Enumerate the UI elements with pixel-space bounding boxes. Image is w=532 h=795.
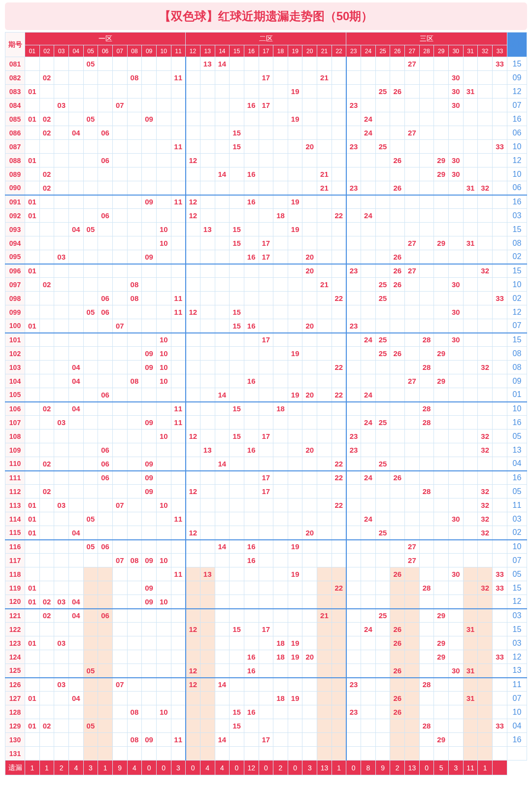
col-header-21: 21 [317,45,332,57]
num-cell [230,347,244,361]
num-cell [54,126,69,140]
num-cell [478,333,493,347]
num-cell [493,319,507,333]
num-cell [332,402,346,416]
num-cell: 14 [215,678,230,692]
num-cell [259,650,273,664]
num-cell: 11 [171,416,186,430]
num-cell [288,471,302,485]
num-cell [98,526,113,540]
num-cell [434,223,449,236]
num-cell [405,361,420,374]
num-cell [259,181,273,195]
num-cell [361,305,376,319]
num-cell: 01 [25,112,40,126]
num-cell [39,581,54,595]
num-cell [112,333,127,347]
num-cell [332,154,346,167]
num-cell [434,209,449,223]
num-cell [346,347,361,361]
num-cell [83,554,98,567]
num-cell [215,71,230,85]
num-cell [244,85,259,99]
blue-cell: 03 [507,512,527,526]
num-cell: 32 [478,512,493,526]
num-cell [493,747,507,761]
num-cell: 21 [317,167,332,181]
num-cell: 25 [375,347,390,361]
num-cell: 25 [375,85,390,99]
col-header-17: 17 [259,45,273,57]
num-cell [68,636,83,650]
num-cell: 27 [405,554,420,567]
num-cell: 23 [346,99,361,112]
num-cell [230,650,244,664]
num-cell [142,223,157,236]
num-cell [156,567,171,581]
num-cell [493,85,507,99]
num-cell [112,457,127,471]
blue-cell: 11 [507,678,527,692]
num-cell [493,154,507,167]
num-cell [317,154,332,167]
num-cell [54,140,69,154]
num-cell [244,719,259,733]
num-cell [142,388,157,402]
num-cell [171,112,186,126]
num-cell [449,388,464,402]
num-cell [171,457,186,471]
num-cell [83,140,98,154]
num-cell [405,223,420,236]
num-cell [112,126,127,140]
num-cell [273,57,288,71]
num-cell [171,540,186,554]
num-cell [405,430,420,443]
num-cell [478,678,493,692]
num-cell [127,57,142,71]
num-cell [244,581,259,595]
num-cell [98,71,113,85]
miss-cell: 0 [142,761,157,775]
num-cell [83,361,98,374]
num-cell [142,154,157,167]
num-cell [273,540,288,554]
num-cell [25,609,40,623]
num-cell: 03 [54,498,69,512]
num-cell [346,333,361,347]
num-cell [346,388,361,402]
num-cell [127,581,142,595]
num-cell [54,485,69,498]
num-cell [25,99,40,112]
num-cell: 17 [259,333,273,347]
num-cell [39,154,54,167]
num-cell [273,333,288,347]
num-cell: 25 [375,333,390,347]
num-cell [215,747,230,761]
period-cell: 118 [5,567,25,581]
num-cell [434,567,449,581]
num-cell [68,236,83,250]
num-cell [419,154,434,167]
num-cell: 30 [449,278,464,292]
num-cell: 33 [493,719,507,733]
num-cell: 20 [302,526,317,540]
num-cell [39,471,54,485]
num-cell: 30 [449,305,464,319]
miss-cell: 4 [127,761,142,775]
num-cell [244,223,259,236]
num-cell [244,595,259,609]
num-cell [259,747,273,761]
num-cell [156,278,171,292]
num-cell [449,112,464,126]
period-cell: 112 [5,485,25,498]
num-cell: 02 [39,457,54,471]
num-cell [230,71,244,85]
num-cell: 09 [142,250,157,264]
num-cell: 23 [346,181,361,195]
num-cell [98,554,113,567]
num-cell [230,664,244,678]
num-cell [230,567,244,581]
period-cell: 121 [5,609,25,623]
num-cell [171,278,186,292]
num-cell: 15 [230,140,244,154]
